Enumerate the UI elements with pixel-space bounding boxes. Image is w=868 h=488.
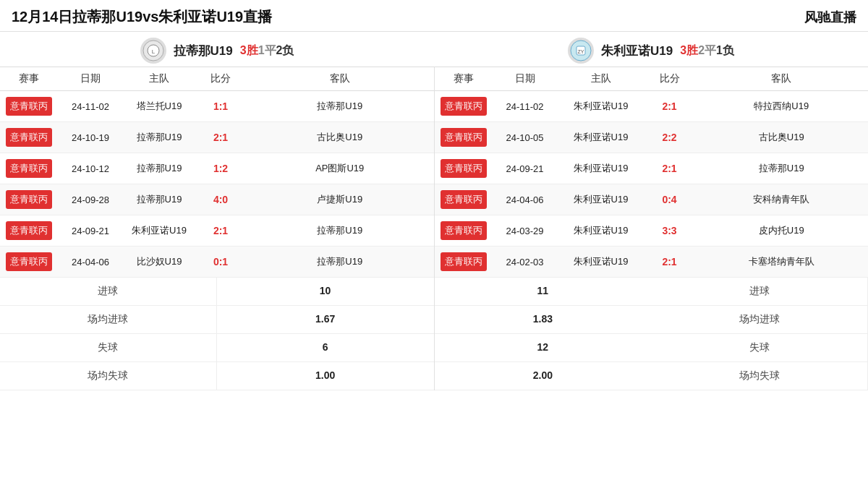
left-date-cell: 24-10-19 [58, 122, 123, 153]
right-team-name: 朱利亚诺U19 [601, 43, 673, 59]
left-stats-row: 场均进球 1.67 [0, 306, 434, 334]
left-away-cell: 古比奥U19 [246, 122, 434, 153]
right-score-cell: 3:3 [644, 215, 695, 246]
left-league-cell: 意青联丙 [0, 153, 58, 184]
left-team-name: 拉蒂那U19 [174, 43, 233, 59]
left-league-badge: 意青联丙 [6, 159, 52, 178]
left-lose: 2负 [276, 44, 294, 56]
right-league-cell: 意青联丙 [435, 91, 493, 121]
left-league-cell: 意青联丙 [0, 122, 58, 153]
right-date-cell: 24-03-29 [493, 215, 558, 246]
right-league-badge: 意青联丙 [441, 159, 487, 178]
right-rows-container: 意青联丙 24-11-02 朱利亚诺U19 2:1 特拉西纳U19 意青联丙 2… [435, 91, 869, 278]
right-score-cell: 0:4 [644, 184, 695, 215]
left-score-cell: 0:1 [195, 247, 246, 277]
right-th-away: 客队 [695, 67, 869, 90]
left-league-badge: 意青联丙 [6, 190, 52, 209]
right-away-cell: 拉蒂那U19 [695, 153, 869, 184]
right-stat-value: 1.83 [435, 306, 652, 333]
right-date-cell: 24-10-05 [493, 122, 558, 153]
left-table-header: 赛事 日期 主队 比分 客队 [0, 67, 434, 91]
right-table-header: 赛事 日期 主队 比分 客队 [435, 67, 869, 91]
right-date-cell: 24-04-06 [493, 184, 558, 215]
left-team-logo: L [140, 38, 166, 64]
svg-text:ZY: ZY [578, 49, 584, 54]
left-date-cell: 24-04-06 [58, 247, 123, 277]
left-league-badge: 意青联丙 [6, 221, 52, 240]
left-table-row: 意青联丙 24-04-06 比沙奴U19 0:1 拉蒂那U19 [0, 247, 434, 278]
left-draw: 1平 [258, 44, 276, 56]
left-team-section: L 拉蒂那U19 3胜1平2负 [0, 38, 434, 64]
right-date-cell: 24-11-02 [493, 91, 558, 121]
left-half: 赛事 日期 主队 比分 客队 意青联丙 24-11-02 塔兰托U19 1:1 … [0, 67, 435, 390]
right-stat-value: 12 [435, 334, 652, 361]
left-stat-value: 6 [217, 334, 434, 361]
right-home-cell: 朱利亚诺U19 [558, 247, 644, 277]
right-away-cell: 特拉西纳U19 [695, 91, 869, 121]
right-draw: 2平 [698, 44, 716, 56]
brand-label: 风驰直播 [804, 9, 856, 26]
left-score-cell: 2:1 [195, 122, 246, 153]
left-date-cell: 24-09-28 [58, 184, 123, 215]
right-team-record: 3胜2平1负 [680, 43, 734, 59]
left-stat-label: 进球 [0, 278, 217, 305]
left-home-cell: 比沙奴U19 [123, 247, 195, 277]
left-stats-row: 失球 6 [0, 334, 434, 362]
right-score-cell: 2:1 [644, 153, 695, 184]
left-stat-value: 1.67 [217, 306, 434, 333]
left-league-badge: 意青联丙 [6, 252, 52, 271]
right-stat-value: 2.00 [435, 362, 652, 390]
right-stat-label: 场均失球 [651, 362, 868, 390]
right-away-cell: 安科纳青年队 [695, 184, 869, 215]
left-th-score: 比分 [195, 67, 246, 90]
right-th-event: 赛事 [435, 67, 493, 90]
left-th-home: 主队 [123, 67, 195, 90]
left-score-cell: 1:2 [195, 153, 246, 184]
left-away-cell: AP图斯U19 [246, 153, 434, 184]
left-away-cell: 拉蒂那U19 [246, 247, 434, 277]
right-league-cell: 意青联丙 [435, 122, 493, 153]
right-stats-row: 11 进球 [435, 278, 869, 306]
right-league-badge: 意青联丙 [441, 97, 487, 116]
left-team-record: 3胜1平2负 [240, 43, 294, 59]
left-home-cell: 塔兰托U19 [123, 91, 195, 121]
left-league-badge: 意青联丙 [6, 128, 52, 147]
right-stat-label: 失球 [651, 334, 868, 361]
right-league-cell: 意青联丙 [435, 215, 493, 246]
right-lose: 1负 [716, 44, 734, 56]
right-home-cell: 朱利亚诺U19 [558, 184, 644, 215]
left-league-badge: 意青联丙 [6, 97, 52, 116]
right-home-cell: 朱利亚诺U19 [558, 91, 644, 121]
right-score-cell: 2:2 [644, 122, 695, 153]
left-table-row: 意青联丙 24-09-21 朱利亚诺U19 2:1 拉蒂那U19 [0, 215, 434, 247]
right-team-section: ZY 朱利亚诺U19 3胜2平1负 [434, 38, 868, 64]
right-half: 赛事 日期 主队 比分 客队 意青联丙 24-11-02 朱利亚诺U19 2:1… [435, 67, 869, 390]
left-th-date: 日期 [58, 67, 123, 90]
left-th-event: 赛事 [0, 67, 58, 90]
right-date-cell: 24-02-03 [493, 247, 558, 277]
right-table-row: 意青联丙 24-09-21 朱利亚诺U19 2:1 拉蒂那U19 [435, 153, 869, 184]
right-league-badge: 意青联丙 [441, 190, 487, 209]
right-th-score: 比分 [644, 67, 695, 90]
left-home-cell: 拉蒂那U19 [123, 153, 195, 184]
left-league-cell: 意青联丙 [0, 184, 58, 215]
main-content: 赛事 日期 主队 比分 客队 意青联丙 24-11-02 塔兰托U19 1:1 … [0, 67, 868, 390]
left-stat-value: 10 [217, 278, 434, 305]
svg-text:L: L [151, 48, 155, 55]
right-stat-label: 场均进球 [651, 306, 868, 333]
left-stat-value: 1.00 [217, 362, 434, 390]
left-date-cell: 24-11-02 [58, 91, 123, 121]
left-away-cell: 卢捷斯U19 [246, 184, 434, 215]
right-score-cell: 2:1 [644, 247, 695, 277]
left-home-cell: 朱利亚诺U19 [123, 215, 195, 246]
right-away-cell: 卡塞塔纳青年队 [695, 247, 869, 277]
right-score-cell: 2:1 [644, 91, 695, 121]
left-score-cell: 4:0 [195, 184, 246, 215]
left-table-row: 意青联丙 24-10-12 拉蒂那U19 1:2 AP图斯U19 [0, 153, 434, 184]
left-rows-container: 意青联丙 24-11-02 塔兰托U19 1:1 拉蒂那U19 意青联丙 24-… [0, 91, 434, 278]
left-stats-row: 进球 10 [0, 278, 434, 306]
right-stats-row: 12 失球 [435, 334, 869, 362]
right-table-row: 意青联丙 24-11-02 朱利亚诺U19 2:1 特拉西纳U19 [435, 91, 869, 122]
teams-row: L 拉蒂那U19 3胜1平2负 ZY 朱利亚诺U19 3胜2平1负 [0, 32, 868, 67]
page-container: 12月14日拉蒂那U19vs朱利亚诺U19直播 风驰直播 L 拉蒂那U19 3胜… [0, 0, 868, 390]
